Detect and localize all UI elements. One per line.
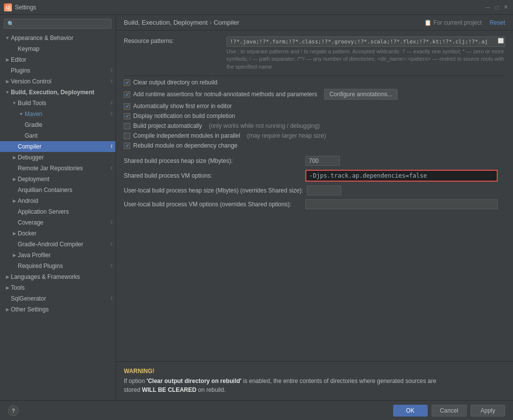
sidebar-item-debugger[interactable]: Debugger xyxy=(0,152,115,163)
sidebar-item-keymap[interactable]: Keymap xyxy=(0,43,115,54)
sidebar-item-coverage[interactable]: Coverage ⬆ xyxy=(0,217,115,228)
sidebar-item-docker[interactable]: Docker xyxy=(0,228,115,239)
warning-text-part1: If option 'Clear output directory on reb… xyxy=(124,378,436,384)
sidebar-item-label: Compiler xyxy=(18,142,41,152)
sidebar-item-version-control[interactable]: Version Control ⬆ xyxy=(0,76,115,87)
help-button[interactable]: ? xyxy=(8,405,19,416)
resource-patterns-hint: Use ; to separate patterns and ! to nega… xyxy=(226,48,505,71)
expand-arrow-icon xyxy=(4,35,11,41)
sidebar-item-gant[interactable]: Gant xyxy=(0,130,115,141)
search-input[interactable] xyxy=(16,20,108,27)
build-automatically-checkbox[interactable] xyxy=(124,123,130,129)
user-heap-input[interactable] xyxy=(307,186,341,195)
display-notification-checkbox[interactable] xyxy=(124,113,130,119)
apply-button[interactable]: Apply xyxy=(471,405,505,417)
expand-arrow-icon xyxy=(4,273,11,280)
sidebar-item-label: Editor xyxy=(11,55,26,65)
sidebar-item-java-profiler[interactable]: Java Profiler xyxy=(0,250,115,261)
build-automatically-hint: (only works while not running / debuggin… xyxy=(209,122,320,129)
sidebar: 🔍 Appearance & Behavior Keymap Editor Pl… xyxy=(0,15,116,400)
export-icon: ⬆ xyxy=(110,142,113,152)
sidebar-item-maven[interactable]: Maven ⬆ xyxy=(0,109,115,119)
compile-independent-checkbox[interactable] xyxy=(124,133,130,139)
auto-show-first-error-checkbox[interactable] xyxy=(124,103,130,110)
checkbox-row-display-notification: Display notification on build completion xyxy=(124,113,505,119)
add-runtime-assertions-label: Add runtime assertions for notnull-annot… xyxy=(133,91,317,98)
app-icon: IJ xyxy=(4,3,12,11)
sidebar-item-label: Gant xyxy=(25,131,37,141)
sidebar-item-label: Android xyxy=(18,196,38,206)
warning-title: WARNING! xyxy=(124,368,505,375)
user-heap-row: User-local build process heap size (Mbyt… xyxy=(124,186,505,195)
window-title: Settings xyxy=(15,4,36,11)
search-box[interactable]: 🔍 xyxy=(4,19,111,29)
export-icon: ⬆ xyxy=(110,98,113,108)
user-vm-row: User-local build process VM options (ove… xyxy=(124,199,505,209)
breadcrumb-part1: Build, Execution, Deployment xyxy=(124,19,208,26)
compile-independent-label: Compile independent modules in parallel xyxy=(133,132,240,139)
expand-arrow-icon xyxy=(11,197,18,204)
clear-output-checkbox[interactable] xyxy=(124,79,130,86)
user-heap-label: User-local build process heap size (Mbyt… xyxy=(124,187,303,194)
expand-arrow-icon xyxy=(4,56,11,63)
content-area: Build, Execution, Deployment › Compiler … xyxy=(116,15,513,400)
sidebar-item-other-settings[interactable]: Other Settings xyxy=(0,304,115,315)
ok-button[interactable]: OK xyxy=(393,405,428,417)
sidebar-item-sqlgenerator[interactable]: SqlGenerator ⬆ xyxy=(0,293,115,304)
rebuild-on-dependency-checkbox[interactable] xyxy=(124,143,130,149)
shared-heap-input[interactable] xyxy=(305,156,340,166)
sidebar-item-application-servers[interactable]: Application Servers xyxy=(0,206,115,217)
sidebar-item-required-plugins[interactable]: Required Plugins ⬆ xyxy=(0,261,115,271)
expand-arrow-icon xyxy=(11,252,18,259)
sidebar-item-label: Gradle xyxy=(25,120,42,130)
checkbox-row-add-runtime-assertions: Add runtime assertions for notnull-annot… xyxy=(124,89,505,100)
expand-arrow-icon xyxy=(11,154,18,161)
divider xyxy=(124,76,505,76)
sidebar-item-tools[interactable]: Tools xyxy=(0,282,115,293)
sidebar-item-plugins[interactable]: Plugins ⬆ xyxy=(0,65,115,76)
expand-arrow-icon xyxy=(18,111,25,117)
add-runtime-assertions-checkbox[interactable] xyxy=(124,91,130,98)
settings-content: Resource patterns: !?*.java;!?*.form;!?*… xyxy=(116,31,513,361)
expand-arrow-icon xyxy=(4,89,11,96)
warning-box: WARNING! If option 'Clear output directo… xyxy=(116,361,513,400)
sidebar-item-gradle[interactable]: Gradle xyxy=(0,119,115,130)
auto-show-first-error-label: Automatically show first error in editor xyxy=(133,103,232,110)
sidebar-item-label: Application Servers xyxy=(18,207,69,217)
sidebar-item-build-execution-deployment[interactable]: Build, Execution, Deployment xyxy=(0,87,115,98)
cancel-button[interactable]: Cancel xyxy=(432,405,467,417)
sidebar-item-arquillian-containers[interactable]: Arquillian Containers xyxy=(0,185,115,195)
expand-arrow-icon xyxy=(4,284,11,291)
reset-button[interactable]: Reset xyxy=(490,19,505,26)
sidebar-item-editor[interactable]: Editor xyxy=(0,54,115,65)
warning-text: If option 'Clear output directory on reb… xyxy=(124,377,505,394)
resource-patterns-row: Resource patterns: !?*.java;!?*.form;!?*… xyxy=(124,37,505,71)
expand-arrow-icon xyxy=(11,176,18,183)
sidebar-item-compiler[interactable]: Compiler ⬆ xyxy=(0,141,115,152)
rebuild-on-dependency-label: Rebuild module on dependency change xyxy=(133,142,238,149)
sidebar-item-remote-jar-repositories[interactable]: Remote Jar Repositories ⬆ xyxy=(0,163,115,174)
sidebar-item-deployment[interactable]: Deployment xyxy=(0,174,115,185)
configure-annotations-button[interactable]: Configure annotations... xyxy=(324,89,398,100)
expand-icon[interactable]: ⬜ xyxy=(498,38,504,43)
sidebar-item-android[interactable]: Android xyxy=(0,195,115,206)
vm-options-input[interactable] xyxy=(305,170,498,182)
sidebar-item-label: Deployment xyxy=(18,174,49,184)
compile-independent-hint: (may require larger heap size) xyxy=(247,132,326,139)
sidebar-item-gradle-android-compiler[interactable]: Gradle-Android Compiler ⬆ xyxy=(0,239,115,250)
sidebar-item-languages-frameworks[interactable]: Languages & Frameworks xyxy=(0,271,115,282)
sidebar-item-appearance-behavior[interactable]: Appearance & Behavior xyxy=(0,33,115,43)
sidebar-item-label: Maven xyxy=(25,109,42,119)
sidebar-item-label: Tools xyxy=(11,283,25,293)
sidebar-item-build-tools[interactable]: Build Tools ⬆ xyxy=(0,98,115,109)
window-controls: ─ □ ✕ xyxy=(484,4,509,11)
minimize-button[interactable]: ─ xyxy=(484,4,491,11)
bottom-bar: ? OK Cancel Apply xyxy=(0,400,513,420)
project-icon: 📋 xyxy=(424,19,432,26)
user-vm-input[interactable] xyxy=(305,199,498,209)
close-button[interactable]: ✕ xyxy=(502,4,509,11)
checkbox-row-auto-show-first-error: Automatically show first error in editor xyxy=(124,103,505,110)
sidebar-item-label: Docker xyxy=(18,229,37,238)
maximize-button[interactable]: □ xyxy=(493,4,500,11)
content-header: Build, Execution, Deployment › Compiler … xyxy=(116,15,513,31)
